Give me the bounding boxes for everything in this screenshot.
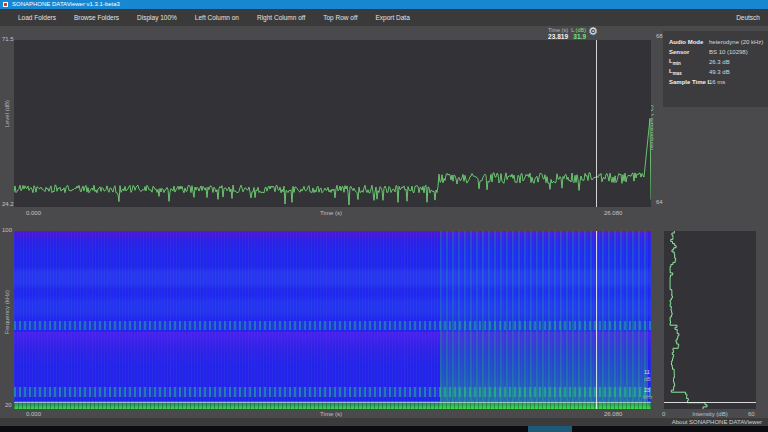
status-bar xyxy=(0,418,768,426)
time-cursor-line[interactable] xyxy=(596,40,597,207)
menu-language-deutsch[interactable]: Deutsch xyxy=(736,9,760,26)
intensity-spectrum-panel[interactable] xyxy=(664,231,756,409)
freq-axis-min: 20 xyxy=(5,402,12,408)
cursor-intensity-unit: dB xyxy=(644,376,651,382)
spectrogram-heatmap[interactable] xyxy=(14,231,651,409)
info-value: BS 10 (10298) xyxy=(709,49,748,55)
about-link[interactable]: About SONAPHONE DATAViewer xyxy=(672,419,762,425)
intensity-xaxis-max: 60 xyxy=(748,411,755,417)
info-label: Sample Time L xyxy=(669,79,709,85)
intensity-xaxis-min: 0 xyxy=(662,411,665,417)
info-label: Sensor xyxy=(669,49,709,55)
menu-export-data[interactable]: Export Data xyxy=(366,9,418,26)
level-xaxis-end: 26.080 xyxy=(604,210,622,216)
info-row-lmin: Lmin 26.3 dB xyxy=(669,57,768,67)
cursor-time-readout: Time (s) 23.819 xyxy=(540,27,568,40)
info-row-audio-mode: Audio Mode heterodyne (20 kHz) xyxy=(669,37,768,47)
intensity-spectrum-trace xyxy=(664,231,756,409)
info-value: heterodyne (20 kHz) xyxy=(709,39,763,45)
info-row-sensor: Sensor BS 10 (10298) xyxy=(669,47,768,57)
window-title: SONAPHONE DATAViewer v1.3.1-beta3 xyxy=(12,0,120,9)
menu-display-zoom[interactable]: Display 100% xyxy=(128,9,186,26)
menu-browse-folders[interactable]: Browse Folders xyxy=(65,9,128,26)
level-xaxis-title: Time (s) xyxy=(311,210,351,216)
taskbar xyxy=(0,426,768,432)
spectro-xaxis-end: 26.080 xyxy=(604,411,622,417)
spectrogram-loud-section xyxy=(440,231,648,409)
cursor-intensity-value: 11 xyxy=(644,369,650,375)
level-trace xyxy=(14,40,651,207)
temp-axis-max: 68 xyxy=(656,33,663,39)
menu-right-column-toggle[interactable]: Right Column off xyxy=(248,9,314,26)
app-icon xyxy=(3,2,8,7)
cursor-frequency-unit: kHz xyxy=(643,394,652,400)
info-value: 26.3 dB xyxy=(709,59,730,65)
cursor-level-readout: L (dB) 31.9 xyxy=(570,27,586,40)
freq-axis-max: 100 xyxy=(2,227,12,233)
menu-bar: Load Folders Browse Folders Display 100%… xyxy=(0,9,768,26)
level-chart-plot[interactable] xyxy=(14,40,651,207)
level-axis-title: Level (dB) xyxy=(4,100,10,127)
level-axis-max: 71.5 xyxy=(2,36,14,42)
menu-load-folders[interactable]: Load Folders xyxy=(9,9,65,26)
cursor-frequency-value: 23 xyxy=(644,387,650,393)
info-row-sample-time: Sample Time L 16 ms xyxy=(669,77,768,87)
measurement-info-panel: Audio Mode heterodyne (20 kHz) Sensor BS… xyxy=(663,31,768,107)
level-xaxis-start: 0.000 xyxy=(26,210,41,216)
info-value: 49.3 dB xyxy=(709,69,730,75)
frequency-cursor-line[interactable] xyxy=(664,402,756,403)
menu-left-column-toggle[interactable]: Left Column on xyxy=(186,9,248,26)
app-window: SONAPHONE DATAViewer v1.3.1-beta3 Load F… xyxy=(0,0,768,432)
info-label: Lmin xyxy=(669,58,709,66)
info-label: Lmax xyxy=(669,68,709,76)
frequency-cursor-line[interactable] xyxy=(14,402,651,403)
taskbar-active-item[interactable] xyxy=(528,426,572,432)
intensity-xaxis-title: Intensity (dB) xyxy=(688,411,732,417)
freq-axis-title: Frequency (kHz) xyxy=(4,290,10,334)
temp-axis-min: 64 xyxy=(656,199,663,205)
settings-gear-icon[interactable]: ⚙ xyxy=(588,26,598,37)
menu-top-row-toggle[interactable]: Top Row off xyxy=(314,9,366,26)
info-label: Audio Mode xyxy=(669,39,709,45)
spectro-xaxis-title: Time (s) xyxy=(311,411,351,417)
time-cursor-line[interactable] xyxy=(596,231,597,409)
title-bar: SONAPHONE DATAViewer v1.3.1-beta3 xyxy=(0,0,768,9)
level-axis-min: 24.2 xyxy=(2,201,14,207)
info-row-lmax: Lmax 49.3 dB xyxy=(669,67,768,77)
info-value: 16 ms xyxy=(709,79,725,85)
spectro-xaxis-start: 0.000 xyxy=(26,411,41,417)
